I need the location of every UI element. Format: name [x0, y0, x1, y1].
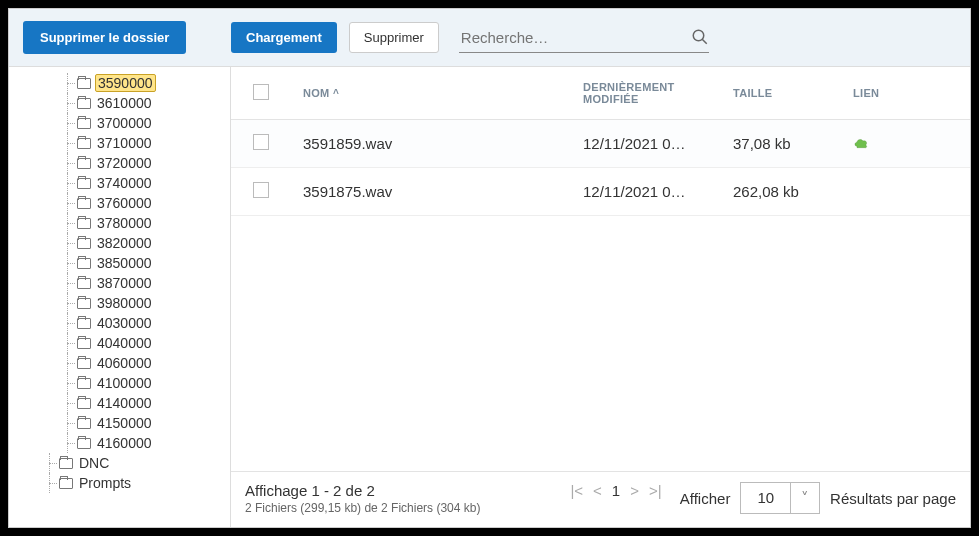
folder-tree: 3590000361000037000003710000372000037400… [9, 73, 230, 493]
column-header-link[interactable]: LIEN [841, 67, 921, 120]
main-panel: NOM ^ DERNIÈREMENT MODIFIÉE TAILLE LIEN … [231, 67, 970, 527]
folder-tree-item[interactable]: 3820000 [9, 233, 230, 253]
pager-first-button[interactable]: |< [570, 482, 583, 499]
column-header-spare [921, 67, 970, 120]
cell-link[interactable] [841, 120, 921, 168]
folder-tree-item[interactable]: 3760000 [9, 193, 230, 213]
per-page-value: 10 [741, 483, 791, 513]
body: 3590000361000037000003710000372000037400… [9, 67, 970, 527]
folder-icon [77, 198, 91, 209]
folder-icon [77, 418, 91, 429]
folder-tree-item[interactable]: 3870000 [9, 273, 230, 293]
folder-icon [77, 258, 91, 269]
folder-label: 3760000 [95, 195, 154, 211]
svg-point-0 [693, 30, 704, 41]
cell-spare [921, 168, 970, 216]
folder-label: 3820000 [95, 235, 154, 251]
show-label: Afficher [680, 490, 731, 507]
file-summary-label: 2 Fichiers (299,15 kb) de 2 Fichiers (30… [245, 501, 480, 515]
folder-icon [77, 338, 91, 349]
search-input[interactable] [459, 23, 691, 52]
folder-tree-item[interactable]: 4150000 [9, 413, 230, 433]
folder-icon [77, 138, 91, 149]
link-cloud-icon[interactable] [853, 135, 869, 147]
pager-last-button[interactable]: >| [649, 482, 662, 499]
folder-tree-item[interactable]: Prompts [9, 473, 230, 493]
row-checkbox[interactable] [253, 182, 269, 198]
sort-asc-icon: ^ [333, 88, 339, 99]
table-row[interactable]: 3591875.wav12/11/2021 0…262,08 kb [231, 168, 970, 216]
column-header-size[interactable]: TAILLE [721, 67, 841, 120]
folder-label: 4040000 [95, 335, 154, 351]
cell-modified: 12/11/2021 0… [571, 120, 721, 168]
delete-button[interactable]: Supprimer [349, 22, 439, 53]
table-row[interactable]: 3591859.wav12/11/2021 0…37,08 kb [231, 120, 970, 168]
folder-tree-item[interactable]: 3610000 [9, 93, 230, 113]
folder-tree-item[interactable]: 3590000 [9, 73, 230, 93]
folder-tree-item[interactable]: 4140000 [9, 393, 230, 413]
folder-label: 4150000 [95, 415, 154, 431]
cell-size: 37,08 kb [721, 120, 841, 168]
cell-size: 262,08 kb [721, 168, 841, 216]
per-page-label: Résultats par page [830, 490, 956, 507]
folder-icon [77, 78, 91, 89]
folder-label: 4060000 [95, 355, 154, 371]
cell-nom: 3591875.wav [291, 168, 571, 216]
folder-tree-item[interactable]: 4160000 [9, 433, 230, 453]
folder-label: 4140000 [95, 395, 154, 411]
column-header-checkbox[interactable] [231, 67, 291, 120]
app-window: Supprimer le dossier Chargement Supprime… [8, 8, 971, 528]
cell-spare [921, 120, 970, 168]
topbar: Supprimer le dossier Chargement Supprime… [9, 9, 970, 67]
folder-label: 3740000 [95, 175, 154, 191]
folder-icon [77, 178, 91, 189]
folder-tree-item[interactable]: DNC [9, 453, 230, 473]
folder-tree-item[interactable]: 3710000 [9, 133, 230, 153]
folder-label: 3780000 [95, 215, 154, 231]
folder-tree-item[interactable]: 4030000 [9, 313, 230, 333]
cell-link [841, 168, 921, 216]
folder-tree-item[interactable]: 3980000 [9, 293, 230, 313]
column-header-nom[interactable]: NOM ^ [291, 67, 571, 120]
pager-prev-button[interactable]: < [593, 482, 602, 499]
folder-icon [77, 298, 91, 309]
column-header-modified[interactable]: DERNIÈREMENT MODIFIÉE [571, 67, 721, 120]
folder-tree-item[interactable]: 3720000 [9, 153, 230, 173]
folder-label: 4030000 [95, 315, 154, 331]
chevron-down-icon: ˅ [791, 483, 819, 513]
folder-tree-item[interactable]: 4100000 [9, 373, 230, 393]
select-all-checkbox[interactable] [253, 84, 269, 100]
delete-folder-button[interactable]: Supprimer le dossier [23, 21, 186, 54]
folder-icon [59, 458, 73, 469]
folder-label: 3980000 [95, 295, 154, 311]
folder-tree-item[interactable]: 3700000 [9, 113, 230, 133]
pager-next-button[interactable]: > [630, 482, 639, 499]
folder-label: 3870000 [95, 275, 154, 291]
folder-tree-item[interactable]: 4040000 [9, 333, 230, 353]
upload-button[interactable]: Chargement [231, 22, 337, 53]
folder-label: 3720000 [95, 155, 154, 171]
folder-tree-item[interactable]: 3850000 [9, 253, 230, 273]
folder-label: 3700000 [95, 115, 154, 131]
row-checkbox[interactable] [253, 134, 269, 150]
table-footer: Affichage 1 - 2 de 2 2 Fichiers (299,15 … [231, 471, 970, 527]
svg-line-1 [702, 39, 707, 44]
folder-tree-item[interactable]: 4060000 [9, 353, 230, 373]
folder-label: 4160000 [95, 435, 154, 451]
folder-icon [77, 358, 91, 369]
pagination: |< < 1 > >| [570, 482, 661, 499]
folder-icon [77, 378, 91, 389]
folder-label: DNC [77, 455, 111, 471]
folder-label: Prompts [77, 475, 133, 491]
folder-icon [77, 238, 91, 249]
topbar-left: Supprimer le dossier [23, 21, 231, 54]
search-icon [691, 28, 709, 46]
search-wrap [459, 23, 709, 53]
cell-nom: 3591859.wav [291, 120, 571, 168]
folder-label: 3610000 [95, 95, 154, 111]
per-page-select[interactable]: 10 ˅ [740, 482, 820, 514]
folder-icon [77, 318, 91, 329]
cell-modified: 12/11/2021 0… [571, 168, 721, 216]
folder-tree-item[interactable]: 3780000 [9, 213, 230, 233]
folder-tree-item[interactable]: 3740000 [9, 173, 230, 193]
